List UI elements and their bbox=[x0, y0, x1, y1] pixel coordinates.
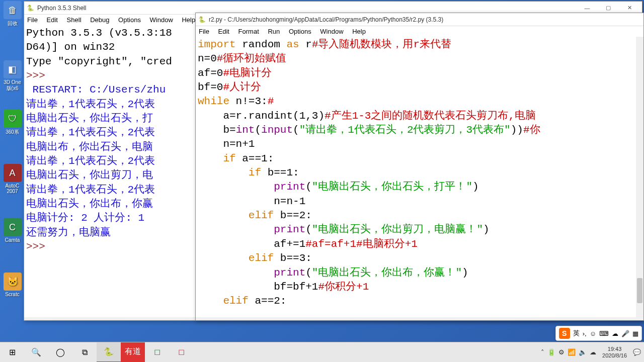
menu-format[interactable]: Format bbox=[238, 28, 259, 35]
menu-help[interactable]: Help bbox=[352, 28, 366, 35]
editor-content[interactable]: import random as r#导入随机数模块，用r来代替 n=0#循环初… bbox=[196, 37, 643, 317]
ime-grid-icon[interactable]: ▦ bbox=[632, 330, 638, 337]
ime-toolbar[interactable]: S 英 ›, ☺ ⌨ ☁ 🎤 ▦ bbox=[555, 326, 642, 341]
desktop-icon-scratch[interactable]: 🐱Scratc bbox=[1, 273, 24, 297]
desktop-icon-recycle[interactable]: 🗑回收 bbox=[1, 1, 24, 27]
menu-run[interactable]: Run bbox=[268, 28, 280, 35]
python-editor-window: 🐍 r2.py - C:/Users/zhuohongming/AppData/… bbox=[195, 13, 644, 321]
shield-icon: 🛡 bbox=[4, 110, 22, 128]
tray-cloud-icon[interactable]: ☁ bbox=[590, 348, 596, 356]
desktop-icon-autocad[interactable]: AAutoC 2007 bbox=[1, 164, 24, 194]
tray-settings-icon[interactable]: ⚙ bbox=[558, 348, 565, 356]
taskbar-clock[interactable]: 19:43 2020/8/16 bbox=[599, 346, 630, 358]
editor-titlebar[interactable]: 🐍 r2.py - C:/Users/zhuohongming/AppData/… bbox=[196, 13, 643, 26]
start-button[interactable]: ⊞ bbox=[0, 342, 24, 363]
taskbar-app-camtasia[interactable]: ◻ bbox=[145, 342, 169, 363]
menu-options[interactable]: Options bbox=[118, 16, 141, 24]
shell-title: Python 3.5.3 Shell bbox=[37, 5, 577, 12]
menu-file[interactable]: File bbox=[199, 28, 209, 35]
tray-battery-icon[interactable]: 🔋 bbox=[547, 348, 555, 356]
cube-icon: ◧ bbox=[4, 60, 22, 78]
scratch-icon: 🐱 bbox=[4, 273, 22, 291]
python-icon: 🐍 bbox=[26, 4, 34, 12]
taskbar: ⊞ 🔍 ◯ ⧉ 🐍 有道 ◻ ◻ ˄ 🔋 ⚙ 📶 🔈 ☁ 19:43 2020/… bbox=[0, 342, 644, 362]
editor-menubar: File Edit Format Run Options Window Help bbox=[196, 26, 643, 37]
system-tray: ˄ 🔋 ⚙ 📶 🔈 ☁ 19:43 2020/8/16 💬 bbox=[541, 346, 644, 358]
maximize-button[interactable]: ▢ bbox=[598, 3, 619, 14]
search-button[interactable]: 🔍 bbox=[24, 342, 48, 363]
ime-lang[interactable]: 英 bbox=[573, 329, 580, 338]
autocad-icon: A bbox=[4, 164, 22, 182]
taskview-button[interactable]: ⧉ bbox=[72, 342, 97, 363]
tray-network-icon[interactable]: 📶 bbox=[568, 348, 576, 356]
menu-file[interactable]: File bbox=[27, 16, 38, 24]
taskbar-app-recorder[interactable]: ◻ bbox=[169, 342, 193, 363]
tray-volume-icon[interactable]: 🔈 bbox=[579, 348, 587, 356]
ime-punct-icon[interactable]: ›, bbox=[583, 330, 587, 337]
close-button[interactable]: ✕ bbox=[619, 3, 640, 14]
tray-chevron-icon[interactable]: ˄ bbox=[541, 348, 544, 356]
menu-help[interactable]: Help bbox=[182, 16, 195, 24]
desktop-icon-camtasia[interactable]: CCamta bbox=[1, 218, 24, 243]
python-icon: 🐍 bbox=[198, 16, 206, 24]
cortana-button[interactable]: ◯ bbox=[48, 342, 72, 363]
taskbar-app-youdao[interactable]: 有道 bbox=[121, 342, 145, 363]
menu-options[interactable]: Options bbox=[289, 28, 311, 35]
clock-time: 19:43 bbox=[602, 346, 627, 352]
menu-window[interactable]: Window bbox=[150, 16, 173, 24]
menu-edit[interactable]: Edit bbox=[218, 28, 229, 35]
clock-date: 2020/8/16 bbox=[602, 352, 627, 358]
menu-debug[interactable]: Debug bbox=[90, 16, 109, 24]
recycle-bin-icon: 🗑 bbox=[4, 1, 22, 19]
ime-keyboard-icon[interactable]: ⌨ bbox=[599, 330, 609, 337]
ime-emoji-icon[interactable]: ☺ bbox=[590, 330, 596, 337]
editor-title: r2.py - C:/Users/zhuohongming/AppData/Lo… bbox=[209, 16, 641, 23]
menu-edit[interactable]: Edit bbox=[47, 16, 58, 24]
menu-window[interactable]: Window bbox=[320, 28, 343, 35]
camtasia-icon: C bbox=[4, 218, 22, 236]
taskbar-app-idle[interactable]: 🐍 bbox=[97, 342, 121, 363]
desktop-icon-360[interactable]: 🛡360系 bbox=[1, 110, 24, 136]
desktop-icon-3done[interactable]: ◧3D One 版(x6 bbox=[1, 60, 24, 92]
code-area[interactable]: import random as r#导入随机数模块，用r来代替 n=0#循环初… bbox=[198, 38, 641, 309]
menu-shell[interactable]: Shell bbox=[67, 16, 82, 24]
editor-scrollbar[interactable] bbox=[636, 37, 643, 317]
notifications-button[interactable]: 💬 bbox=[633, 348, 641, 356]
ime-cloud-icon[interactable]: ☁ bbox=[612, 330, 618, 337]
minimize-button[interactable]: — bbox=[577, 3, 598, 14]
scrollbar-thumb[interactable] bbox=[637, 278, 642, 303]
sogou-icon[interactable]: S bbox=[559, 328, 570, 339]
ime-mic-icon[interactable]: 🎤 bbox=[621, 330, 629, 337]
